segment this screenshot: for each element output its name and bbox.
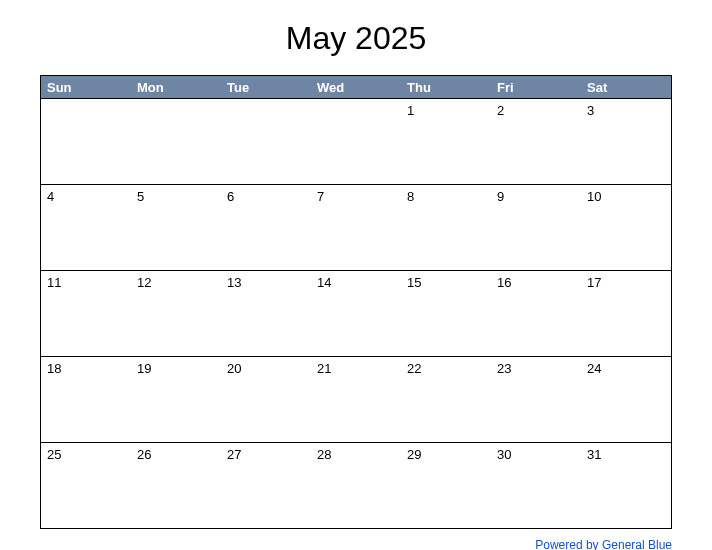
day-cell: 8: [401, 185, 491, 270]
weekday-mon: Mon: [131, 80, 221, 95]
weekday-thu: Thu: [401, 80, 491, 95]
day-cell: 18: [41, 357, 131, 442]
day-cell: 19: [131, 357, 221, 442]
day-cell: 31: [581, 443, 671, 528]
day-cell: 11: [41, 271, 131, 356]
footer: Powered by General Blue: [40, 535, 672, 550]
day-cell: [41, 99, 131, 184]
day-cell: [221, 99, 311, 184]
day-cell: 16: [491, 271, 581, 356]
powered-by-link[interactable]: Powered by General Blue: [535, 538, 672, 550]
day-cell: 9: [491, 185, 581, 270]
day-cell: 29: [401, 443, 491, 528]
day-cell: 27: [221, 443, 311, 528]
weekday-wed: Wed: [311, 80, 401, 95]
week-row: 4 5 6 7 8 9 10: [41, 184, 671, 270]
day-cell: 12: [131, 271, 221, 356]
day-cell: 21: [311, 357, 401, 442]
day-cell: [131, 99, 221, 184]
week-row: 25 26 27 28 29 30 31: [41, 442, 671, 528]
day-cell: [311, 99, 401, 184]
weekday-header-row: Sun Mon Tue Wed Thu Fri Sat: [41, 76, 671, 98]
day-cell: 20: [221, 357, 311, 442]
day-cell: 28: [311, 443, 401, 528]
day-cell: 13: [221, 271, 311, 356]
weekday-tue: Tue: [221, 80, 311, 95]
week-row: 18 19 20 21 22 23 24: [41, 356, 671, 442]
day-cell: 30: [491, 443, 581, 528]
weekday-fri: Fri: [491, 80, 581, 95]
weekday-sun: Sun: [41, 80, 131, 95]
weekday-sat: Sat: [581, 80, 671, 95]
day-cell: 1: [401, 99, 491, 184]
day-cell: 22: [401, 357, 491, 442]
day-cell: 2: [491, 99, 581, 184]
day-cell: 25: [41, 443, 131, 528]
day-cell: 10: [581, 185, 671, 270]
calendar-title: May 2025: [40, 20, 672, 57]
week-row: 11 12 13 14 15 16 17: [41, 270, 671, 356]
day-cell: 5: [131, 185, 221, 270]
day-cell: 17: [581, 271, 671, 356]
day-cell: 14: [311, 271, 401, 356]
week-row: 1 2 3: [41, 98, 671, 184]
day-cell: 6: [221, 185, 311, 270]
day-cell: 26: [131, 443, 221, 528]
day-cell: 23: [491, 357, 581, 442]
day-cell: 15: [401, 271, 491, 356]
day-cell: 24: [581, 357, 671, 442]
day-cell: 7: [311, 185, 401, 270]
day-cell: 3: [581, 99, 671, 184]
day-cell: 4: [41, 185, 131, 270]
calendar-grid: Sun Mon Tue Wed Thu Fri Sat 1 2 3 4 5 6 …: [40, 75, 672, 529]
